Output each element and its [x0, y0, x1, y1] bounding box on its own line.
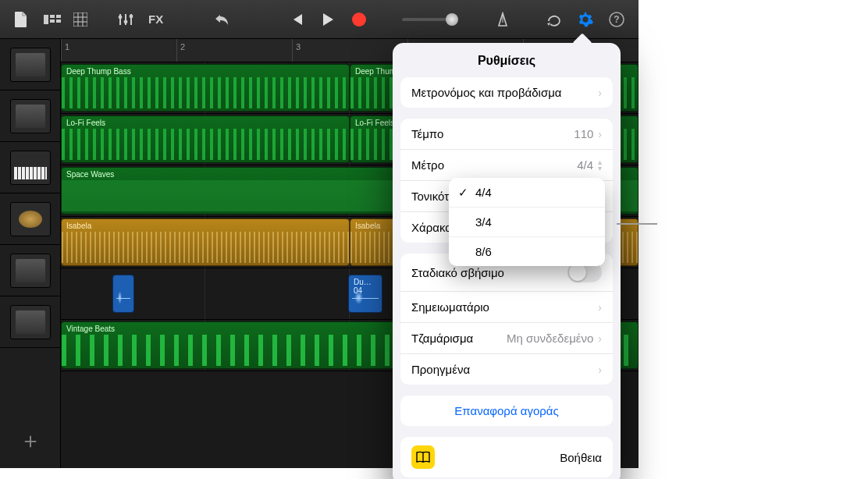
svg-point-8: [130, 14, 133, 18]
tracks-view-icon[interactable]: [39, 6, 66, 33]
region-label: Lo-Fi Feels: [66, 119, 105, 127]
track-header-column: ＋: [0, 39, 61, 468]
settings-title: Ρυθμίσεις: [393, 43, 621, 77]
advanced-row[interactable]: Προηγμένα ›: [400, 353, 613, 385]
settings-icon[interactable]: [572, 6, 599, 33]
help-icon[interactable]: ?: [603, 6, 630, 33]
chevron-right-icon: ›: [598, 128, 602, 140]
notepad-row[interactable]: Σημειωματάριο ›: [400, 291, 613, 322]
meter-value: 4/4: [577, 158, 593, 172]
region-label: Isabela: [355, 222, 380, 230]
chevron-right-icon: ›: [598, 87, 602, 99]
instrument-icon: [10, 48, 51, 82]
svg-rect-0: [44, 15, 48, 24]
track-header[interactable]: [0, 142, 60, 193]
track-controls-icon[interactable]: [112, 6, 139, 33]
time-signature-option[interactable]: 4/4: [449, 178, 605, 207]
ruler-bar[interactable]: 3: [292, 39, 407, 62]
region-label: Lo-Fi Feels: [355, 119, 394, 127]
svg-rect-3: [56, 15, 61, 18]
region-label: Deep Thum: [355, 67, 396, 76]
notepad-label: Σημειωματάριο: [411, 300, 489, 314]
region[interactable]: [112, 275, 134, 313]
go-to-start-icon[interactable]: [283, 6, 310, 33]
region[interactable]: Isabela: [61, 218, 350, 266]
instrument-icon: [10, 99, 51, 133]
restore-purchase-button[interactable]: Επαναφορά αγοράς: [400, 396, 613, 426]
instrument-icon: [10, 151, 51, 185]
jam-label: Τζαμάρισμα: [411, 332, 473, 345]
add-track-button[interactable]: ＋: [0, 413, 60, 468]
updown-icon: ▴▾: [598, 159, 602, 172]
tempo-label: Τέμπο: [411, 127, 443, 140]
toolbar: FX ?: [0, 0, 639, 39]
chevron-right-icon: ›: [598, 332, 602, 345]
instrument-icon: [10, 305, 51, 339]
time-signature-option[interactable]: 8/6: [449, 236, 605, 266]
time-signature-dropdown[interactable]: 4/43/48/6: [449, 178, 605, 266]
region[interactable]: Deep Thump Bass: [61, 64, 350, 112]
region-label: Deep Thump Bass: [66, 67, 131, 76]
meter-label: Μέτρο: [411, 158, 444, 172]
ruler-label: Χάρακα: [411, 221, 452, 234]
jam-row[interactable]: Τζαμάρισμα Μη συνδεδεμένο›: [400, 322, 613, 353]
document-icon[interactable]: [8, 6, 34, 33]
record-icon[interactable]: [346, 6, 372, 33]
region-label: Isabela: [66, 222, 91, 230]
metronome-icon[interactable]: [489, 6, 516, 33]
jam-value: Μη συνδεδεμένο: [507, 332, 593, 345]
metronome-row[interactable]: Μετρονόμος και προβάδισμα ›: [400, 77, 613, 108]
track-header[interactable]: [0, 39, 60, 90]
loop-icon[interactable]: [541, 6, 567, 33]
track-header[interactable]: [0, 90, 60, 142]
instrument-icon: [10, 254, 51, 288]
undo-icon[interactable]: [208, 6, 235, 33]
fx-button[interactable]: FX: [144, 6, 168, 33]
instrument-icon: [10, 202, 51, 236]
book-icon: [411, 445, 435, 469]
track-header[interactable]: [0, 296, 60, 348]
help-row[interactable]: Βοήθεια: [400, 437, 613, 477]
grid-view-icon[interactable]: [67, 6, 94, 33]
fadeout-label: Σταδιακό σβήσιμο: [411, 266, 504, 279]
chevron-right-icon: ›: [598, 301, 602, 314]
region[interactable]: Du…04: [348, 275, 382, 313]
callout-leader: [617, 223, 657, 225]
tempo-value: 110: [574, 127, 593, 140]
master-volume-slider[interactable]: [402, 18, 457, 21]
svg-text:?: ?: [614, 14, 620, 25]
region-label: Space Waves: [66, 170, 114, 179]
svg-point-7: [124, 20, 128, 23]
svg-rect-2: [50, 20, 55, 23]
advanced-label: Προηγμένα: [411, 363, 470, 376]
play-icon[interactable]: [315, 6, 341, 33]
help-label: Βοήθεια: [560, 451, 602, 464]
key-label: Τονικότ: [411, 190, 449, 203]
svg-rect-4: [56, 20, 61, 23]
time-signature-option[interactable]: 3/4: [449, 207, 605, 236]
time-signature-row[interactable]: Μέτρο 4/4▴▾: [400, 149, 613, 180]
chevron-right-icon: ›: [598, 364, 602, 376]
tempo-row[interactable]: Τέμπο 110›: [400, 119, 613, 149]
ruler-bar[interactable]: 2: [176, 39, 292, 62]
metronome-label: Μετρονόμος και προβάδισμα: [411, 86, 561, 99]
svg-rect-1: [50, 15, 55, 18]
ruler-bar[interactable]: 1: [61, 39, 176, 62]
region-label: Vintage Beats: [66, 325, 115, 333]
region[interactable]: Lo-Fi Feels: [61, 115, 350, 163]
svg-rect-5: [73, 12, 87, 27]
track-header[interactable]: [0, 193, 60, 245]
track-header[interactable]: [0, 245, 60, 296]
svg-point-6: [119, 15, 123, 19]
